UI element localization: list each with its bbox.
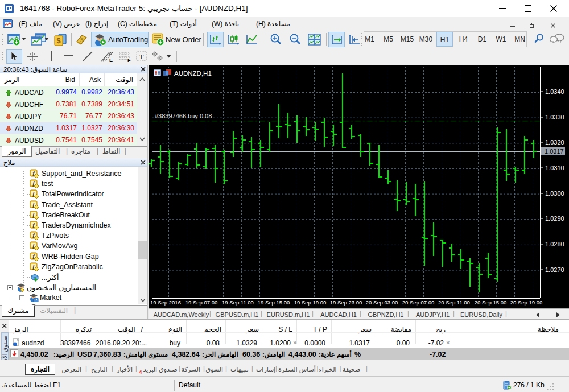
svg-text:19 Sep 2016: 19 Sep 2016: [150, 299, 181, 306]
svg-text:19 Sep 19:00: 19 Sep 19:00: [294, 299, 327, 306]
svg-text:1.0317: 1.0317: [545, 148, 564, 155]
svg-text:1.0320: 1.0320: [545, 139, 564, 146]
svg-text:20 Sep 03:00: 20 Sep 03:00: [366, 299, 398, 306]
svg-text:20 Sep 11:00: 20 Sep 11:00: [438, 299, 470, 306]
svg-text:#38397466 buy 0.08: #38397466 buy 0.08: [155, 113, 212, 119]
svg-text:1.0330: 1.0330: [545, 114, 564, 121]
svg-text:1.0340: 1.0340: [545, 88, 564, 95]
svg-text:1.0310: 1.0310: [545, 164, 564, 171]
svg-text:1.0270: 1.0270: [545, 266, 564, 273]
svg-text:19 Sep 11:00: 19 Sep 11:00: [222, 299, 254, 306]
svg-text:20 Sep 15:00: 20 Sep 15:00: [475, 299, 507, 306]
svg-text:1.0290: 1.0290: [545, 215, 564, 222]
svg-text:19 Sep 15:00: 19 Sep 15:00: [258, 299, 290, 306]
svg-text:20 Sep 19:00: 20 Sep 19:00: [510, 299, 543, 306]
svg-text:19 Sep 23:00: 19 Sep 23:00: [330, 299, 362, 306]
svg-text:1.0300: 1.0300: [545, 190, 564, 197]
svg-text:20 Sep 07:00: 20 Sep 07:00: [402, 299, 435, 306]
svg-text:19 Sep 07:00: 19 Sep 07:00: [185, 299, 218, 306]
svg-text:1.0280: 1.0280: [545, 241, 564, 247]
